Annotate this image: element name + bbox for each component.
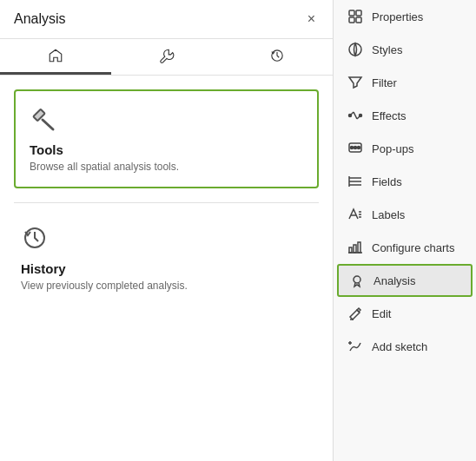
filter-label: Filter — [372, 76, 397, 89]
filter-icon — [347, 75, 363, 90]
close-button[interactable]: × — [304, 10, 319, 28]
svg-rect-6 — [349, 17, 354, 23]
tab-history[interactable] — [221, 39, 333, 75]
divider — [14, 202, 319, 203]
menu-item-labels[interactable]: Labels — [334, 198, 476, 231]
popups-icon — [347, 141, 363, 156]
left-panel: Analysis × — [0, 0, 334, 461]
history-icon — [269, 48, 285, 63]
labels-label: Labels — [372, 208, 405, 221]
svg-point-13 — [360, 115, 362, 117]
tab-home[interactable] — [0, 39, 111, 75]
labels-icon — [347, 207, 363, 222]
tab-tools[interactable] — [111, 39, 222, 75]
menu-item-configure-charts[interactable]: Configure charts — [334, 231, 476, 264]
home-icon — [48, 48, 63, 63]
left-header: Analysis × — [0, 0, 333, 39]
hammer-icon — [30, 105, 57, 133]
svg-point-30 — [354, 276, 360, 283]
sketch-icon — [347, 339, 363, 354]
tabs-row — [0, 39, 333, 76]
history-card-title: History — [21, 261, 312, 276]
styles-icon — [347, 42, 363, 57]
svg-rect-7 — [356, 17, 361, 23]
styles-label: Styles — [372, 43, 402, 56]
effects-label: Effects — [372, 109, 407, 122]
svg-line-10 — [354, 112, 357, 119]
wrench-icon — [159, 48, 175, 63]
menu-item-popups[interactable]: Pop-ups — [334, 132, 476, 165]
tools-card[interactable]: Tools Browse all spatial analysis tools. — [14, 89, 319, 188]
configure-charts-label: Configure charts — [372, 241, 454, 254]
history-clock-icon — [21, 224, 49, 252]
tools-card-icon — [30, 105, 303, 135]
fields-icon — [347, 174, 363, 189]
charts-icon — [347, 240, 363, 255]
menu-item-effects[interactable]: Effects — [334, 99, 476, 132]
edit-label: Edit — [372, 307, 391, 320]
svg-line-2 — [43, 120, 53, 129]
menu-item-filter[interactable]: Filter — [334, 66, 476, 99]
popups-label: Pop-ups — [372, 142, 413, 155]
effects-icon — [347, 108, 363, 123]
analysis-label: Analysis — [374, 274, 415, 287]
add-sketch-label: Add sketch — [372, 340, 427, 353]
svg-rect-5 — [356, 10, 361, 16]
history-card-desc: View previously completed analysis. — [21, 280, 312, 292]
svg-point-15 — [351, 147, 354, 149]
panel-content: Tools Browse all spatial analysis tools.… — [0, 76, 333, 461]
fields-label: Fields — [372, 175, 402, 188]
right-panel: Properties Styles Filter — [334, 0, 476, 461]
menu-item-analysis[interactable]: Analysis — [337, 264, 473, 297]
svg-point-17 — [358, 147, 360, 149]
tools-card-title: Tools — [30, 142, 303, 157]
menu-item-fields[interactable]: Fields — [334, 165, 476, 198]
svg-rect-26 — [349, 247, 352, 253]
tools-card-desc: Browse all spatial analysis tools. — [30, 161, 303, 173]
svg-point-16 — [354, 147, 357, 149]
panel-title: Analysis — [14, 11, 66, 27]
edit-icon — [347, 306, 363, 321]
svg-rect-27 — [354, 245, 356, 253]
properties-icon — [347, 9, 363, 24]
svg-point-12 — [349, 115, 352, 117]
menu-item-styles[interactable]: Styles — [334, 33, 476, 66]
history-card-icon — [21, 224, 312, 254]
menu-item-add-sketch[interactable]: Add sketch — [334, 330, 476, 363]
analysis-icon — [349, 273, 365, 288]
properties-label: Properties — [372, 10, 423, 23]
svg-rect-4 — [349, 10, 354, 16]
history-card[interactable]: History View previously completed analys… — [14, 217, 319, 299]
menu-item-edit[interactable]: Edit — [334, 297, 476, 330]
menu-item-properties[interactable]: Properties — [334, 0, 476, 33]
svg-rect-28 — [358, 242, 360, 253]
